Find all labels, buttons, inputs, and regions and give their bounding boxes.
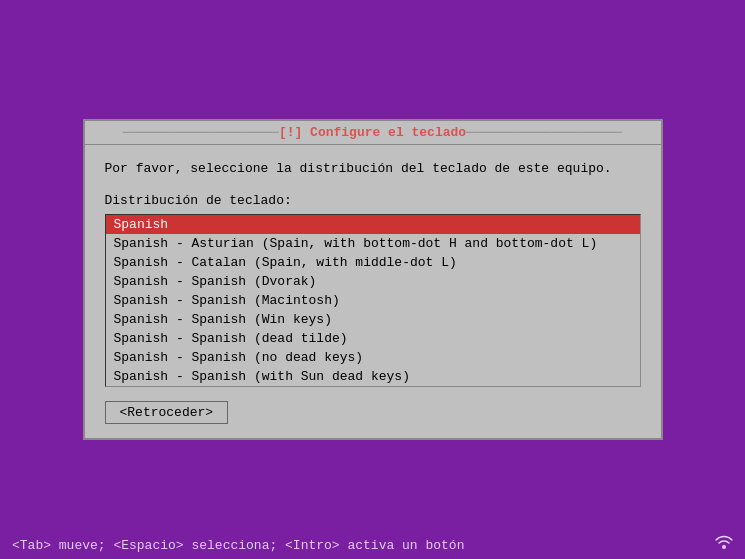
section-label: Distribución de teclado: — [105, 193, 641, 208]
bottom-bar-text: <Tab> mueve; <Espacio> selecciona; <Intr… — [12, 538, 464, 553]
dialog-title-bar: ──────────────────── [!] Configure el te… — [85, 121, 661, 145]
list-item[interactable]: Spanish — [106, 215, 640, 234]
dialog-box: ──────────────────── [!] Configure el te… — [83, 119, 663, 440]
list-item[interactable]: Spanish - Catalan (Spain, with middle-do… — [106, 253, 640, 272]
dialog-content: Por favor, seleccione la distribución de… — [85, 145, 661, 438]
list-item[interactable]: Spanish - Spanish (no dead keys) — [106, 348, 640, 367]
dialog-title: [!] Configure el teclado — [279, 125, 466, 140]
list-item[interactable]: Spanish - Spanish (Macintosh) — [106, 291, 640, 310]
list-item[interactable]: Spanish - Asturian (Spain, with bottom-d… — [106, 234, 640, 253]
list-item[interactable]: Spanish - Spanish (with Sun dead keys) — [106, 367, 640, 386]
title-dashes-left: ──────────────────── — [123, 125, 279, 140]
wifi-icon — [713, 529, 735, 551]
svg-point-0 — [722, 545, 726, 549]
keyboard-layout-list[interactable]: SpanishSpanish - Asturian (Spain, with b… — [105, 214, 641, 387]
screen-container: ──────────────────── [!] Configure el te… — [0, 0, 745, 559]
list-item[interactable]: Spanish - Spanish (Dvorak) — [106, 272, 640, 291]
list-item[interactable]: Spanish - Spanish (dead tilde) — [106, 329, 640, 348]
title-dashes-right: ──────────────────── — [466, 125, 622, 140]
description-text: Por favor, seleccione la distribución de… — [105, 159, 641, 179]
bottom-bar: <Tab> mueve; <Espacio> selecciona; <Intr… — [0, 532, 745, 559]
button-row: <Retroceder> — [105, 401, 641, 424]
retroceder-button[interactable]: <Retroceder> — [105, 401, 229, 424]
list-item[interactable]: Spanish - Spanish (Win keys) — [106, 310, 640, 329]
